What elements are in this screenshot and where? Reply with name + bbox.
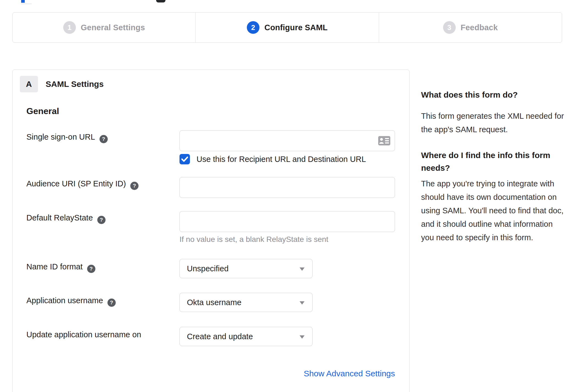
step-feedback[interactable]: 3 Feedback [379,13,562,42]
sso-url-input[interactable] [179,130,395,151]
help-sidebar: What does this form do? This form genera… [421,89,564,244]
relay-state-hint: If no value is set, a blank RelayState i… [179,235,328,244]
sidebar-paragraph: The app you're trying to integrate with … [421,177,564,244]
recipient-url-checkbox[interactable] [179,154,190,164]
application-username-label: Application username? [26,296,116,307]
audience-uri-label: Audience URI (SP Entity ID)? [26,179,139,190]
update-application-username-label: Update application username on [26,330,141,339]
update-application-username-select[interactable]: Create and update [179,327,313,346]
help-icon[interactable]: ? [87,265,95,273]
show-advanced-settings-link[interactable]: Show Advanced Settings [179,369,395,378]
name-id-format-label: Name ID format? [26,262,95,273]
step-configure-saml[interactable]: 2 Configure SAML [195,13,378,42]
chevron-down-icon [300,267,305,271]
check-icon [181,156,188,162]
sidebar-heading: Where do I find the info this form needs… [421,149,564,174]
step-label: General Settings [81,23,145,32]
help-icon[interactable]: ? [107,299,116,307]
recipient-url-checkbox-label: Use this for Recipient URL and Destinati… [197,155,366,164]
wizard-stepper: 1 General Settings 2 Configure SAML 3 Fe… [12,12,562,43]
help-icon[interactable]: ? [97,216,106,224]
step-label: Configure SAML [264,23,328,32]
step-number-badge: 3 [443,21,456,34]
selected-value: Unspecified [187,259,229,278]
recipient-url-checkbox-row: Use this for Recipient URL and Destinati… [179,154,366,164]
section-badge: A [20,76,38,92]
sidebar-paragraph: This form generates the XML needed for t… [421,109,564,136]
sidebar-heading: What does this form do? [421,89,564,101]
audience-uri-input[interactable] [179,177,395,198]
help-icon[interactable]: ? [130,182,139,190]
relay-state-label: Default RelayState? [26,213,106,224]
contact-card-icon [378,136,390,145]
cropped-link-fragment [21,0,25,3]
step-general-settings[interactable]: 1 General Settings [13,13,195,42]
name-id-format-select[interactable]: Unspecified [179,259,313,278]
sso-url-label: Single sign-on URL? [26,132,108,143]
relay-state-input[interactable] [179,211,395,232]
section-title: SAML Settings [46,76,104,92]
step-number-badge: 1 [63,21,76,34]
cropped-icon-fragment [156,0,165,2]
step-number-badge: 2 [247,21,259,34]
general-heading: General [26,106,59,116]
step-label: Feedback [461,23,498,32]
chevron-down-icon [300,335,305,339]
selected-value: Create and update [187,327,253,346]
application-username-select[interactable]: Okta username [179,293,313,312]
saml-settings-card: A SAML Settings General Single sign-on U… [12,70,410,392]
selected-value: Okta username [187,293,241,312]
chevron-down-icon [300,301,305,305]
cropped-underline-fragment [21,3,32,4]
help-icon[interactable]: ? [99,135,108,143]
